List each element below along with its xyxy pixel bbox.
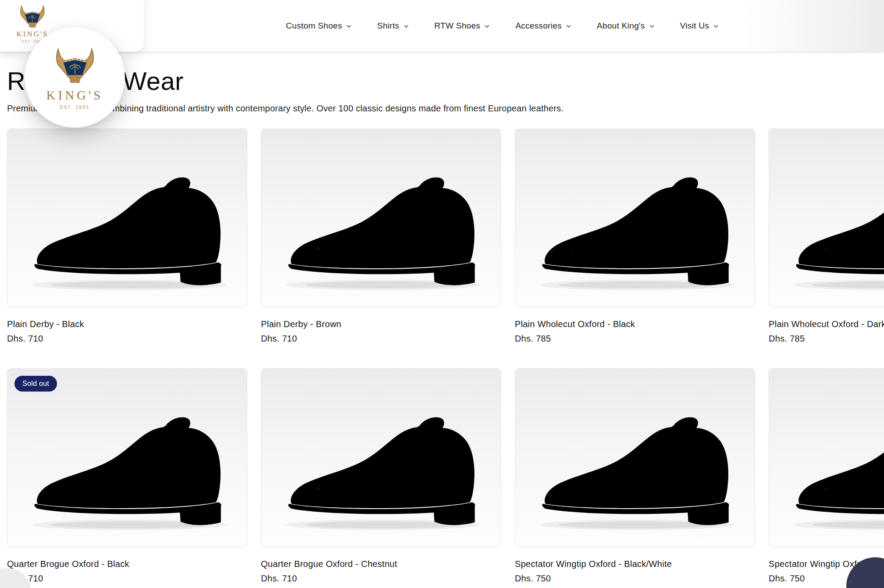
chevron-down-icon — [403, 23, 409, 29]
shoe-image-spectator-brown-white — [776, 380, 884, 542]
product-card[interactable]: Sold out Quarter Brogue Oxford - Black D… — [7, 368, 247, 584]
product-title[interactable]: Plain Wholecut Oxford - Black — [515, 319, 755, 329]
product-card[interactable]: Plain Wholecut Oxford - Black Dhs. 785 — [515, 128, 755, 344]
product-image[interactable]: Sold out — [7, 368, 247, 547]
product-card[interactable]: Spectator Wingtip Oxford - Black/White D… — [515, 368, 755, 584]
product-card[interactable]: Quarter Brogue Oxford - Chestnut Dhs. 71… — [261, 368, 501, 584]
page-subtitle: Premium ready-to-wear combining traditio… — [7, 103, 877, 114]
chevron-down-icon — [713, 23, 719, 29]
nav-label: Shirts — [377, 21, 399, 31]
brand-name: KING'S — [46, 88, 103, 103]
nav-label: Visit Us — [680, 21, 709, 31]
product-image[interactable] — [261, 368, 501, 547]
product-price: Dhs. 710 — [7, 334, 247, 344]
product-card[interactable]: Plain Wholecut Oxford - Dark Brown Dhs. … — [769, 128, 884, 344]
shoe-image-plain-derby-brown — [268, 140, 494, 302]
page-title: Ready To Wear — [7, 66, 877, 96]
sold-out-badge: Sold out — [14, 376, 57, 392]
shoe-image-quarter-brogue-chestnut — [268, 380, 494, 542]
product-image[interactable] — [515, 128, 755, 307]
product-title[interactable]: Quarter Brogue Oxford - Black — [7, 559, 247, 569]
product-price: Dhs. 710 — [261, 334, 501, 344]
product-grid: Plain Derby - Black Dhs. 710 Plain Derby… — [0, 128, 884, 584]
chevron-down-icon — [649, 23, 655, 29]
nav-item-rtw-shoes[interactable]: RTW Shoes — [435, 21, 490, 31]
nav-item-visit-us[interactable]: Visit Us — [680, 21, 719, 31]
product-image[interactable] — [261, 128, 501, 307]
hero-section: Ready To Wear Premium ready-to-wear comb… — [0, 51, 884, 114]
product-title[interactable]: Plain Derby - Brown — [261, 319, 501, 329]
crown-logo-icon — [19, 4, 46, 29]
shoe-image-spectator-black-white — [522, 380, 748, 542]
product-title[interactable]: Quarter Brogue Oxford - Chestnut — [261, 559, 501, 569]
product-image[interactable] — [769, 368, 884, 547]
product-title[interactable]: Plain Derby - Black — [7, 319, 247, 329]
product-image[interactable] — [769, 128, 884, 307]
site-header: KING'S EST. 1965 Custom Shoes Shirts RTW… — [0, 0, 884, 51]
product-price: Dhs. 785 — [515, 334, 755, 344]
nav-item-about-kings[interactable]: About King's — [597, 21, 655, 31]
nav-label: About King's — [597, 21, 645, 31]
shoe-image-quarter-brogue-black — [14, 380, 240, 542]
product-price: Dhs. 750 — [515, 574, 755, 584]
chevron-down-icon — [484, 23, 490, 29]
main-nav: Custom Shoes Shirts RTW Shoes Accessorie… — [286, 0, 719, 51]
product-price: Dhs. 710 — [261, 574, 501, 584]
nav-item-accessories[interactable]: Accessories — [515, 21, 571, 31]
product-price: Dhs. 785 — [769, 334, 884, 344]
logo-zoom-bubble: KING'S EST. 1965 — [25, 27, 125, 128]
nav-label: Accessories — [515, 21, 562, 31]
brand-established: EST. 1965 — [60, 105, 90, 110]
shoe-image-wholecut-black — [522, 140, 748, 302]
product-card[interactable]: Plain Derby - Brown Dhs. 710 — [261, 128, 501, 344]
nav-item-custom-shoes[interactable]: Custom Shoes — [286, 21, 352, 31]
crown-logo-icon — [54, 45, 96, 86]
nav-label: RTW Shoes — [435, 21, 481, 31]
chevron-down-icon — [346, 23, 352, 29]
product-title[interactable]: Spectator Wingtip Oxford - Black/White — [515, 559, 755, 569]
shoe-image-plain-derby-black — [14, 140, 240, 302]
nav-label: Custom Shoes — [286, 21, 342, 31]
shoe-image-wholecut-dark-brown — [776, 140, 884, 302]
product-image[interactable] — [7, 128, 247, 307]
product-image[interactable] — [515, 368, 755, 547]
product-card[interactable]: Plain Derby - Black Dhs. 710 — [7, 128, 247, 344]
product-title[interactable]: Plain Wholecut Oxford - Dark Brown — [769, 319, 884, 329]
nav-item-shirts[interactable]: Shirts — [377, 21, 409, 31]
product-price: Dhs. 710 — [7, 574, 247, 584]
chevron-down-icon — [566, 23, 571, 29]
product-card[interactable]: Spectator Wingtip Oxford - Brown/White D… — [769, 368, 884, 584]
